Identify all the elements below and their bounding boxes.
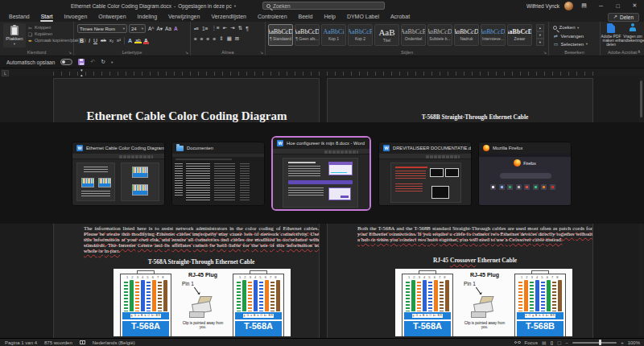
bold-button[interactable]: B [78, 38, 85, 43]
restore-button[interactable]: □ [612, 0, 624, 11]
style-nadruk[interactable]: AaBbCcDt Nadruk [454, 24, 479, 46]
tab-start[interactable]: Start [35, 11, 59, 22]
clipboard-dialog-launcher[interactable]: ↘ [68, 51, 72, 55]
undo-button[interactable]: ↶ [90, 59, 95, 65]
font-dialog-launcher[interactable]: ↘ [185, 51, 188, 55]
select-button[interactable]: ▭ Selecteren ▾ [553, 41, 588, 47]
search-box[interactable]: Zoeken [262, 2, 385, 10]
line-spacing-button[interactable]: ⇕ [219, 35, 223, 42]
horizontal-ruler[interactable] [53, 72, 593, 76]
proofing-icon[interactable] [80, 340, 85, 344]
styles-dialog-launcher[interactable]: ↘ [543, 51, 547, 55]
qat-customize-icon[interactable]: ▾ [111, 60, 113, 64]
replace-button[interactable]: ⇄ Vervangen [553, 33, 584, 39]
underline-button[interactable]: U [93, 38, 97, 43]
task-window-hoe-configureer-selected[interactable]: W Hoe configureer ik mijn 8.docx - Word [271, 136, 371, 211]
read-mode-button[interactable]: ▤ [542, 340, 547, 345]
tab-invoegen[interactable]: Invoegen [58, 11, 93, 22]
request-signatures-button[interactable]: Vragen om handtekeningen [622, 23, 643, 49]
collapse-ribbon-button[interactable]: ∧ [638, 48, 641, 54]
print-layout-button[interactable]: ▯ [551, 340, 553, 345]
task-window-drevitaliseer-doc[interactable]: W DREVITALISEER DOCUMENTATIE.docx -... [378, 142, 472, 206]
style-subtiele-benadrukking[interactable]: AaBbCcDt Subtiele b... [427, 24, 452, 46]
multilevel-list-button[interactable]: ⋮≡ [212, 25, 220, 31]
autosave-toggle[interactable] [60, 59, 72, 65]
tab-verzendlijsten[interactable]: Verzendlijsten [205, 11, 252, 22]
zoom-level[interactable]: 100% [628, 340, 640, 345]
style-intensieve-benadrukking[interactable]: AaBbCcDt Intensieve... [481, 24, 506, 46]
shrink-font-button[interactable]: A▾ [156, 26, 163, 32]
style-titel[interactable]: AaB Titel [374, 24, 399, 46]
style-kop-2[interactable]: AaBbCcE Kop 2 [348, 24, 373, 46]
style-ondertitel[interactable]: AaBbCcE Ondertitel [401, 24, 426, 46]
share-button[interactable]: ↗ Delen [608, 13, 639, 22]
avatar[interactable] [564, 2, 573, 10]
zoom-in-button[interactable]: + [621, 340, 624, 345]
page-indicator[interactable]: Pagina 1 van 4 [5, 340, 37, 345]
save-status[interactable]: Opgeslagen in deze pc [178, 3, 232, 9]
tab-controleren[interactable]: Controleren [252, 11, 293, 22]
superscript-button[interactable]: x² [117, 38, 121, 43]
task-window-documenten[interactable]: Documenten [171, 142, 265, 206]
copy-button[interactable]: ❏ Kopiëren [27, 31, 74, 37]
styles-more-button[interactable]: ▾ [536, 39, 544, 46]
font-size-select[interactable]: 24 ▾ [129, 24, 146, 33]
justify-button[interactable]: ≡ [213, 36, 216, 42]
show-paragraph-marks-button[interactable]: ¶ [246, 26, 249, 31]
format-painter-button[interactable]: ✒ Opmaak kopiëren/plakken [27, 37, 74, 43]
indent-button[interactable]: ⇥ [230, 25, 234, 31]
align-right-button[interactable]: ≡ [207, 36, 210, 42]
style-zwaar[interactable]: AaBbCcDt Zwaar [507, 24, 532, 46]
font-name-select[interactable]: Times New Rom ▾ [77, 24, 127, 33]
tab-help[interactable]: Help [318, 11, 341, 22]
task-window-firefox[interactable]: Mozilla Firefox Firefox [478, 142, 572, 206]
numbering-button[interactable]: 1≡ [202, 26, 208, 31]
word-count[interactable]: 875 woorden [44, 340, 72, 345]
change-case-button[interactable]: Aa [165, 26, 171, 31]
close-button[interactable]: ✕ [629, 0, 641, 11]
tab-beeld[interactable]: Beeld [293, 11, 319, 22]
style-standaard[interactable]: AaBbCcDt ¶ Standaard [268, 24, 293, 46]
style-kop-1[interactable]: AaBbCi Kop 1 [321, 24, 346, 46]
bullets-button[interactable]: •≡ [194, 26, 199, 31]
paste-button[interactable]: Plakken ▾ [3, 23, 26, 47]
tab-bestand[interactable]: Bestand [3, 11, 35, 22]
task-window-ethernet-doc[interactable]: W Ethernet Cable Color Coding Diagram.do… [72, 142, 165, 206]
highlight-color-button[interactable]: ab [135, 38, 141, 43]
align-center-button[interactable]: ≡ [200, 36, 204, 42]
zoom-out-button[interactable]: − [566, 340, 569, 345]
find-button[interactable]: Zoeken ▾ [553, 25, 579, 30]
tab-verwijzingen[interactable]: Verwijzingen [163, 11, 205, 22]
save-icon[interactable] [78, 59, 85, 65]
borders-button[interactable]: ⊞ [235, 35, 239, 42]
redo-button[interactable]: ↻ [101, 59, 105, 65]
grow-font-button[interactable]: A^ [148, 26, 154, 31]
zoom-slider-knob[interactable] [599, 340, 601, 345]
italic-button[interactable]: I [89, 38, 90, 43]
font-color-button[interactable]: A [144, 38, 148, 43]
tab-acrobat[interactable]: Acrobat [385, 11, 415, 22]
focus-button[interactable]: Focus [525, 340, 538, 345]
zoom-slider[interactable] [572, 342, 617, 344]
tab-ontwerpen[interactable]: Ontwerpen [93, 11, 131, 22]
paragraph-dialog-launcher[interactable]: ↘ [260, 51, 263, 55]
style-geen-afstand[interactable]: AaBbCcDt ¶ Geen afs... [295, 24, 320, 46]
web-layout-button[interactable]: ▢ [557, 340, 562, 345]
outdent-button[interactable]: ⇤ [223, 25, 227, 31]
ribbon-display-options-icon[interactable]: ▤ [578, 0, 590, 11]
shading-button[interactable]: ▦ [227, 35, 232, 42]
styles-scroll-up-button[interactable]: ▴ [536, 24, 544, 31]
text-effects-button[interactable]: A [128, 38, 132, 43]
tab-selector[interactable]: L [2, 70, 9, 76]
language-indicator[interactable]: Nederlands (België) [93, 340, 135, 345]
minimize-button[interactable]: ─ [595, 0, 607, 11]
styles-scroll-down-button[interactable]: ▾ [536, 31, 544, 39]
cut-button[interactable]: ✂ Knippen [27, 24, 74, 31]
align-left-button[interactable]: ≡ [194, 36, 197, 42]
tab-indeling[interactable]: Indeling [132, 11, 163, 22]
sort-button[interactable]: ⇅ [238, 25, 242, 31]
strikethrough-button[interactable]: ab [101, 38, 106, 43]
subscript-button[interactable]: x₂ [109, 38, 114, 43]
clear-formatting-button[interactable]: A [174, 26, 178, 31]
tab-dymo-label[interactable]: DYMO Label [341, 11, 385, 22]
